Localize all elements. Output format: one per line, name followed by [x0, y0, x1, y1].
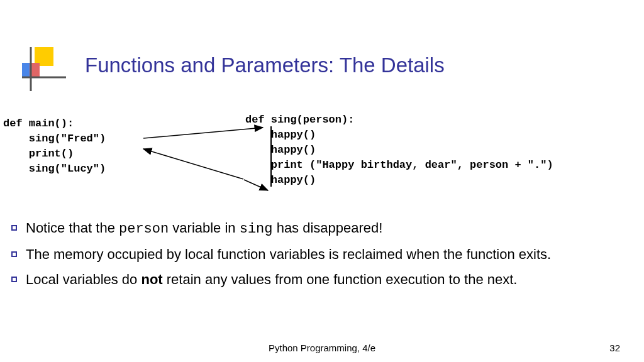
code-diagram: def main(): sing("Fred") print() sing("L…	[0, 116, 644, 198]
bullet-item: Notice that the person variable in sing …	[11, 219, 628, 239]
bullet-marker	[11, 251, 17, 257]
svg-line-6	[143, 149, 243, 179]
bullet-marker	[11, 225, 17, 231]
footer-page-number: 32	[609, 343, 620, 353]
vertical-bracket	[270, 126, 272, 187]
svg-rect-2	[22, 63, 30, 78]
bullet-list: Notice that the person variable in sing …	[11, 219, 628, 295]
bullet-text: The memory occupied by local function va…	[26, 245, 628, 264]
slide-title: Functions and Parameters: The Details	[85, 53, 445, 77]
bullet-item: Local variables do not retain any values…	[11, 270, 628, 289]
slide-logo	[22, 47, 66, 91]
bullet-text: Notice that the person variable in sing …	[26, 219, 628, 239]
code-main-def: def main(): sing("Fred") print() sing("L…	[3, 116, 106, 177]
code-sing-def: def sing(person): happy() happy() print …	[245, 112, 553, 188]
bullet-marker	[11, 277, 17, 282]
bullet-text: Local variables do not retain any values…	[26, 270, 628, 289]
footer-book-title: Python Programming, 4/e	[0, 343, 644, 353]
bullet-item: The memory occupied by local function va…	[11, 245, 628, 264]
